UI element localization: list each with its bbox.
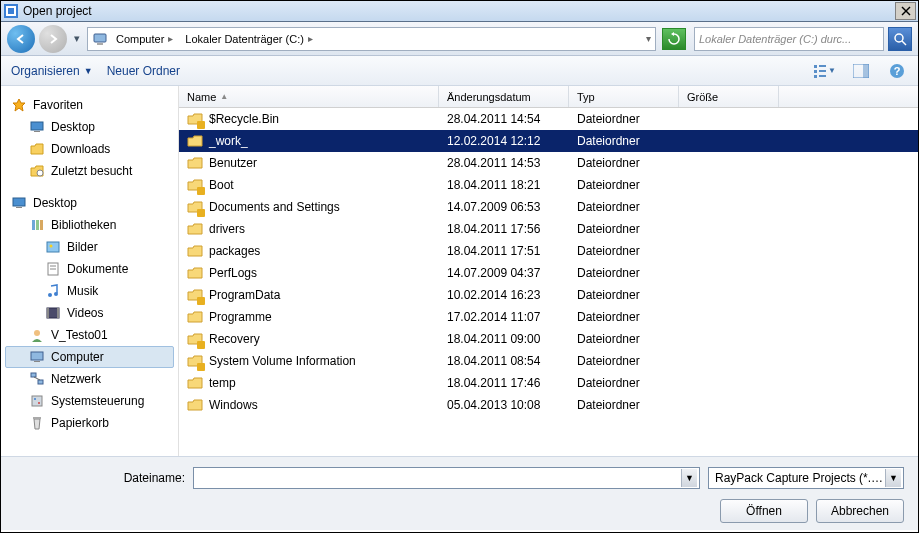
view-options-button[interactable]: ▼ — [814, 60, 836, 82]
svg-line-8 — [902, 41, 906, 45]
address-bar[interactable]: Computer ▸ Lokaler Datenträger (C:) ▸ ▾ — [87, 27, 656, 51]
column-header-name[interactable]: Name ▲ — [179, 86, 439, 107]
sidebar-item-documents[interactable]: Dokumente — [5, 258, 174, 280]
breadcrumb-root-label: Computer — [116, 33, 164, 45]
file-row[interactable]: _work_12.02.2014 12:12Dateiordner — [179, 130, 918, 152]
cancel-button[interactable]: Abbrechen — [816, 499, 904, 523]
filetype-filter[interactable]: RayPack Capture Projects (*.rcp ▼ — [708, 467, 904, 489]
sidebar-item-label: Bibliotheken — [51, 218, 116, 232]
desktop-icon — [29, 119, 45, 135]
file-row[interactable]: ProgramData10.02.2014 16:23Dateiordner — [179, 284, 918, 306]
sidebar-item-downloads[interactable]: Downloads — [5, 138, 174, 160]
sidebar-item-music[interactable]: Musik — [5, 280, 174, 302]
file-type: Dateiordner — [577, 134, 640, 148]
help-button[interactable]: ? — [886, 60, 908, 82]
file-row[interactable]: Boot18.04.2011 18:21Dateiordner — [179, 174, 918, 196]
breadcrumb-root[interactable]: Computer ▸ — [112, 33, 177, 45]
folder-icon — [187, 309, 203, 325]
organize-button[interactable]: Organisieren ▼ — [11, 64, 93, 78]
sidebar-item-computer[interactable]: Computer — [5, 346, 174, 368]
folder-icon — [29, 141, 45, 157]
sidebar-favorites-head[interactable]: Favoriten — [5, 94, 174, 116]
file-row[interactable]: Benutzer28.04.2011 14:53Dateiordner — [179, 152, 918, 174]
search-input[interactable]: Lokaler Datenträger (C:) durc... — [694, 27, 884, 51]
breadcrumb-path1[interactable]: Lokaler Datenträger (C:) ▸ — [181, 33, 317, 45]
folder-icon — [187, 375, 203, 391]
svg-rect-39 — [34, 361, 40, 362]
file-name: PerfLogs — [209, 266, 257, 280]
svg-point-7 — [895, 34, 903, 42]
sidebar-item-recyclebin[interactable]: Papierkorb — [5, 412, 174, 434]
sidebar-item-label: Papierkorb — [51, 416, 109, 430]
chevron-down-icon: ▼ — [828, 66, 836, 75]
svg-rect-11 — [814, 70, 817, 73]
file-row[interactable]: PerfLogs14.07.2009 04:37Dateiordner — [179, 262, 918, 284]
file-name: System Volume Information — [209, 354, 356, 368]
file-type: Dateiordner — [577, 376, 640, 390]
sidebar-item-videos[interactable]: Videos — [5, 302, 174, 324]
file-row[interactable]: $Recycle.Bin28.04.2011 14:54Dateiordner — [179, 108, 918, 130]
sidebar-item-libraries[interactable]: Bibliotheken — [5, 214, 174, 236]
file-row[interactable]: temp18.04.2011 17:46Dateiordner — [179, 372, 918, 394]
sidebar-desktop-head[interactable]: Desktop — [5, 192, 174, 214]
user-icon — [29, 327, 45, 343]
svg-rect-2 — [8, 8, 14, 14]
column-size-label: Größe — [687, 91, 718, 103]
folder-icon — [187, 221, 203, 237]
file-date: 18.04.2011 08:54 — [447, 354, 540, 368]
file-date: 10.02.2014 16:23 — [447, 288, 540, 302]
sidebar-item-user[interactable]: V_Testo01 — [5, 324, 174, 346]
sidebar-item-label: Computer — [51, 350, 104, 364]
new-folder-button[interactable]: Neuer Ordner — [107, 64, 180, 78]
svg-rect-43 — [32, 396, 42, 406]
documents-icon — [45, 261, 61, 277]
window-title: Open project — [23, 4, 895, 18]
file-row[interactable]: drivers18.04.2011 17:56Dateiordner — [179, 218, 918, 240]
footer: Dateiname: ▼ RayPack Capture Projects (*… — [1, 456, 918, 530]
refresh-button[interactable] — [662, 28, 686, 50]
file-row[interactable]: Windows05.04.2013 10:08Dateiordner — [179, 394, 918, 416]
svg-rect-12 — [819, 70, 826, 72]
svg-rect-20 — [34, 131, 40, 132]
column-header-size[interactable]: Größe — [679, 86, 779, 107]
file-row[interactable]: Programme17.02.2014 11:07Dateiordner — [179, 306, 918, 328]
svg-point-21 — [37, 170, 43, 176]
preview-pane-button[interactable] — [850, 60, 872, 82]
forward-button[interactable] — [39, 25, 67, 53]
file-name: ProgramData — [209, 288, 280, 302]
svg-rect-36 — [57, 308, 59, 318]
filename-dropdown[interactable]: ▼ — [681, 469, 697, 487]
svg-rect-35 — [47, 308, 49, 318]
sidebar-item-pictures[interactable]: Bilder — [5, 236, 174, 258]
sidebar-item-controlpanel[interactable]: Systemsteuerung — [5, 390, 174, 412]
file-date: 14.07.2009 06:53 — [447, 200, 540, 214]
svg-rect-13 — [814, 75, 817, 78]
file-name: packages — [209, 244, 260, 258]
sidebar-item-recent[interactable]: Zuletzt besucht — [5, 160, 174, 182]
filetype-dropdown[interactable]: ▼ — [885, 469, 901, 487]
file-type: Dateiordner — [577, 112, 640, 126]
sidebar-item-desktop-fav[interactable]: Desktop — [5, 116, 174, 138]
svg-rect-22 — [13, 198, 25, 206]
file-row[interactable]: Documents and Settings14.07.2009 06:53Da… — [179, 196, 918, 218]
file-name: Recovery — [209, 332, 260, 346]
sidebar-item-network[interactable]: Netzwerk — [5, 368, 174, 390]
column-header-type[interactable]: Typ — [569, 86, 679, 107]
close-button[interactable] — [895, 2, 916, 20]
titlebar: Open project — [1, 1, 918, 22]
file-row[interactable]: Recovery18.04.2011 09:00Dateiordner — [179, 328, 918, 350]
column-header-date[interactable]: Änderungsdatum — [439, 86, 569, 107]
file-type: Dateiordner — [577, 310, 640, 324]
file-row[interactable]: packages18.04.2011 17:51Dateiordner — [179, 240, 918, 262]
chevron-down-icon: ▼ — [84, 66, 93, 76]
file-name: Benutzer — [209, 156, 257, 170]
search-button[interactable] — [888, 27, 912, 51]
file-row[interactable]: System Volume Information18.04.2011 08:5… — [179, 350, 918, 372]
nav-history-dropdown[interactable]: ▾ — [71, 27, 83, 51]
open-button[interactable]: Öffnen — [720, 499, 808, 523]
file-type: Dateiordner — [577, 200, 640, 214]
filename-input[interactable]: ▼ — [193, 467, 700, 489]
back-button[interactable] — [7, 25, 35, 53]
address-dropdown[interactable]: ▾ — [646, 33, 651, 44]
svg-rect-26 — [40, 220, 43, 230]
